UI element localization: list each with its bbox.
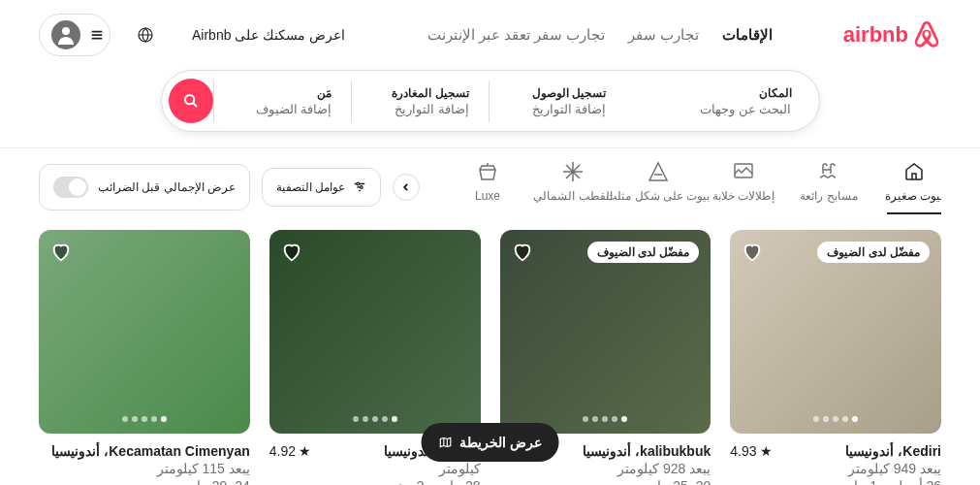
pool-icon [817,160,840,183]
filter-icon [353,180,366,194]
search-checkout-value: إضافة التواريخ [371,102,469,116]
search-icon [183,93,199,109]
listing-title: Kecamatan Cimenyan، أندونيسيا [51,443,249,459]
chevron-left-icon [401,182,411,192]
listing-distance: يبعد 949 كيلومتر [730,461,941,476]
header-actions: اعرض مسكنك على Airbnb [39,14,357,56]
category-label: إطلالات خلابة [712,189,775,203]
listing-distance: يبعد 928 كيلومتر [500,461,711,476]
listing-image [39,230,250,434]
tax-toggle[interactable]: عرض الإجمالي قبل الضرائب [39,164,250,210]
user-icon [54,23,78,47]
aframe-icon [647,160,670,183]
listing-title: Kediri، أندونيسيا [845,443,941,459]
search-bar: المكان البحث عن وجهات تسجيل الوصول إضافة… [161,70,820,132]
search-checkout-label: تسجيل المغادرة [371,86,469,100]
image-pagination [583,416,627,422]
tiny-home-icon [902,160,926,183]
category-arctic[interactable]: القطب الشمالي [546,160,600,214]
listing-rating: ★ 4.93 [730,443,772,459]
tab-stays[interactable]: الإقامات [722,18,773,51]
category-aframe[interactable]: بيوت على شكل مثلث [631,160,685,214]
logo[interactable]: airbnb [843,20,941,49]
language-button[interactable] [126,16,165,54]
luxe-icon [476,160,499,183]
svg-point-1 [62,27,70,35]
search-who[interactable]: مَن إضافة الضيوف [213,81,351,122]
listing-info: Kecamatan Cimenyan، أندونيسيا يبعد 115 ك… [39,434,250,485]
listing-dates: 20–25 مارس [500,478,711,485]
globe-icon [138,27,153,43]
search-checkin[interactable]: تسجيل الوصول إضافة التواريخ [489,81,626,122]
map-button-label: عرض الخريطة [459,435,542,450]
wishlist-heart-icon[interactable] [742,242,763,263]
svg-point-5 [361,186,364,189]
listing-image [269,230,481,434]
svg-point-4 [357,182,360,185]
map-icon [438,436,452,449]
search-where-label: المكان [646,86,792,100]
listing-image: مفضّل لدى الضيوف [730,230,941,434]
image-pagination [813,416,858,422]
category-luxe[interactable]: Luxe [460,160,515,214]
category-tiny-homes[interactable]: بيوت صغيرة [887,160,941,214]
listing-card[interactable]: Kecamatan Cimenyan، أندونيسيا يبعد 115 ك… [39,230,250,485]
wishlist-heart-icon[interactable] [281,242,302,263]
header: airbnb الإقامات تجارب سفر تجارب سفر تعقد… [0,0,980,70]
listing-image: مفضّل لدى الضيوف [500,230,711,434]
category-label: مسابح رائعة [800,189,857,203]
host-link[interactable]: اعرض مسكنك على Airbnb [180,17,357,52]
category-bar: بيوت صغيرة مسابح رائعة إطلالات خلابة بيو… [0,147,980,230]
logo-text: airbnb [843,22,908,48]
listing-title: kalibukbuk، أندونيسيا [583,443,711,459]
wishlist-heart-icon[interactable] [512,242,533,263]
view-icon [732,160,755,183]
search-where-value: البحث عن وجهات [646,102,792,116]
guest-favorite-badge: مفضّل لدى الضيوف [587,242,700,263]
search-checkin-label: تسجيل الوصول [509,86,607,100]
snowflake-icon [561,160,585,183]
category-pools[interactable]: مسابح رائعة [802,160,856,214]
listing-dates: 28 مايو – 2 يونيو [269,478,481,485]
listing-distance: يبعد 115 كيلومتر [39,461,250,476]
guest-favorite-badge: مفضّل لدى الضيوف [817,242,930,263]
search-checkin-value: إضافة التواريخ [509,102,607,116]
tab-experiences[interactable]: تجارب سفر [628,18,699,51]
category-label: بيوت على شكل مثلث [606,189,710,203]
listing-distance: كيلومتر [269,461,481,476]
search-who-value: إضافة الضيوف [234,102,332,116]
category-views[interactable]: إطلالات خلابة [716,160,771,214]
menu-icon [90,28,104,42]
search-who-label: مَن [234,86,332,100]
show-map-button[interactable]: عرض الخريطة [421,423,559,462]
category-prev-button[interactable] [393,174,420,201]
svg-point-2 [185,95,194,104]
tab-online-experiences[interactable]: تجارب سفر تعقد عبر الإنترنت [427,18,606,51]
filters-button[interactable]: عوامل التصفية [262,168,381,207]
profile-menu-button[interactable] [39,14,111,56]
category-label: القطب الشمالي [533,189,612,203]
categories: بيوت صغيرة مسابح رائعة إطلالات خلابة بيو… [431,160,941,214]
category-label: بيوت صغيرة [885,189,941,203]
search-button[interactable] [169,79,213,123]
search-container: المكان البحث عن وجهات تسجيل الوصول إضافة… [0,70,980,147]
avatar [51,20,80,49]
listing-card[interactable]: مفضّل لدى الضيوف Kediri، أندونيسيا ★ 4.9… [730,230,941,485]
image-pagination [353,416,397,422]
wishlist-heart-icon[interactable] [50,242,72,263]
category-label: Luxe [475,189,500,203]
search-checkout[interactable]: تسجيل المغادرة إضافة التواريخ [351,81,489,122]
filters-label: عوامل التصفية [276,180,345,194]
listing-info: Kediri، أندونيسيا ★ 4.93 يبعد 949 كيلومت… [730,434,941,485]
nav-tabs: الإقامات تجارب سفر تجارب سفر تعقد عبر ال… [427,18,774,51]
listing-dates: 26 أبريل – 1 مايو [730,478,941,485]
toggle-switch [53,177,88,198]
tax-toggle-label: عرض الإجمالي قبل الضرائب [98,180,236,194]
search-where[interactable]: المكان البحث عن وجهات [626,81,811,122]
listing-dates: 24–29 مارس [39,478,250,485]
image-pagination [122,416,167,422]
listing-rating: ★ 4.92 [269,443,311,459]
